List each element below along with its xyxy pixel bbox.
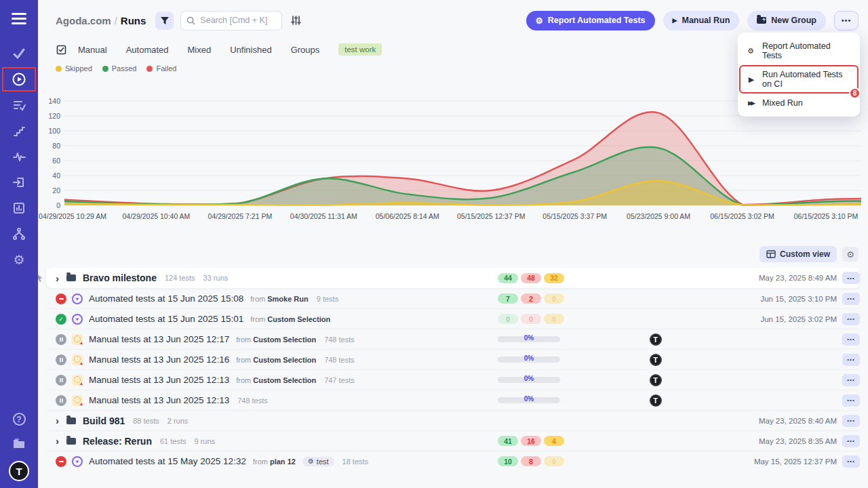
sidebar-item-plans[interactable] — [0, 92, 38, 118]
run-row[interactable]: › Automated tests at 15 May 2025 12:32 f… — [46, 451, 860, 471]
filter-button[interactable] — [155, 12, 174, 30]
run-row[interactable]: › Manual tests at 13 Jun 2025 12:16 from… — [46, 349, 860, 369]
assignee-avatar[interactable]: T — [650, 333, 662, 346]
row-menu-button[interactable]: ••• — [842, 272, 860, 284]
table-view-icon — [766, 250, 776, 258]
row-title[interactable]: Automated tests at 15 May 2025 12:32 — [89, 456, 246, 466]
projects-folder-icon[interactable] — [12, 436, 26, 450]
row-menu-button[interactable]: ••• — [842, 333, 860, 346]
legend-item[interactable]: Failed — [146, 64, 176, 73]
row-menu-button[interactable]: ••• — [842, 435, 860, 447]
tab-automated[interactable]: Automated — [126, 45, 169, 55]
x-axis-label: 05/15/2025 3:37 PM — [542, 212, 607, 220]
chevron-expand-icon[interactable]: › — [56, 415, 59, 426]
folder-plus-icon — [757, 17, 766, 24]
tab-unfinished[interactable]: Unfinished — [230, 45, 271, 55]
assignee-avatar[interactable]: T — [650, 394, 662, 407]
assignee-avatar[interactable]: T — [650, 374, 662, 386]
legend-item[interactable]: Skipped — [56, 64, 92, 73]
row-title[interactable]: Bravo milestone — [83, 272, 157, 283]
row-content: › Manual tests at 13 Jun 2025 12:13 ⚙ 74… — [56, 395, 498, 406]
run-row[interactable]: › Manual tests at 13 Jun 2025 12:17 from… — [46, 329, 860, 349]
breadcrumb-project[interactable]: Agoda.com — [56, 15, 111, 26]
report-automated-tests-button[interactable]: ⚙ Report Automated Tests — [526, 11, 655, 30]
sidebar-item-settings[interactable]: ⚙ — [0, 247, 38, 272]
row-menu-button[interactable]: ••• — [842, 374, 860, 386]
run-row[interactable]: › Automated tests at 15 Jun 2025 15:01 f… — [46, 308, 860, 329]
legend-item[interactable]: Passed — [102, 64, 137, 73]
sidebar-item-import[interactable] — [0, 169, 38, 195]
run-row[interactable]: › Manual tests at 13 Jun 2025 12:13 from… — [46, 369, 860, 390]
row-content: › Manual tests at 13 Jun 2025 12:16 from… — [56, 354, 498, 365]
row-title[interactable]: Manual tests at 13 Jun 2025 12:13 — [89, 375, 229, 385]
row-menu-button[interactable]: ••• — [842, 455, 860, 468]
header: Agoda.com/Runs ⚙ Report Automated Tests … — [38, 9, 868, 31]
chevron-expand-icon[interactable]: › — [56, 273, 59, 283]
row-menu-button[interactable]: ••• — [842, 313, 860, 325]
row-title[interactable]: Automated tests at 15 Jun 2025 15:08 — [89, 293, 243, 304]
runs-count: 33 runs — [203, 274, 229, 282]
menu-item-report-automated-tests[interactable]: ⚙ Report Automated Tests — [738, 37, 860, 65]
row-title[interactable]: Manual tests at 13 Jun 2025 12:17 — [89, 334, 229, 344]
assignee-avatar[interactable]: T — [650, 354, 662, 366]
row-menu-button[interactable]: ••• — [842, 415, 860, 427]
tab-groups[interactable]: Groups — [291, 45, 320, 55]
row-menu-button[interactable]: ••• — [842, 293, 860, 305]
tab-manual[interactable]: Manual — [78, 45, 107, 55]
x-axis-label: 04/29/2025 7:21 PM — [208, 212, 273, 220]
filter-tag-test-work[interactable]: test work — [338, 43, 382, 56]
row-date: May 15, 2025 12:37 PM — [732, 458, 837, 466]
row-title[interactable]: Manual tests at 13 Jun 2025 12:16 — [89, 354, 229, 365]
x-axis-label: 04/30/2025 11:31 AM — [290, 212, 357, 220]
help-icon[interactable]: ? — [13, 413, 26, 426]
sidebar-item-branches[interactable] — [0, 221, 38, 247]
search — [180, 11, 282, 30]
automated-run-icon — [72, 456, 83, 467]
row-date: May 23, 2025 8:40 AM — [732, 417, 837, 425]
more-actions-button[interactable]: ••• — [834, 11, 859, 30]
app-logo[interactable]: T — [9, 461, 29, 481]
run-row[interactable]: › Manual tests at 13 Jun 2025 12:13 ⚙ 74… — [46, 390, 860, 410]
legend-dot — [102, 66, 108, 72]
sidebar-item-reports[interactable] — [0, 195, 38, 221]
funnel-icon — [160, 16, 170, 25]
row-date: May 23, 2025 8:49 AM — [732, 274, 837, 282]
chevron-expand-icon[interactable]: › — [56, 436, 59, 446]
view-settings-button[interactable] — [290, 15, 301, 26]
y-axis-label: 80 — [40, 142, 60, 150]
row-tag[interactable]: ⚙test — [302, 457, 334, 466]
tab-mixed[interactable]: Mixed — [188, 45, 212, 55]
row-date: Jun 15, 2025 3:02 PM — [732, 315, 837, 323]
assignee-zone: T — [579, 374, 732, 386]
menu-item-run-automated-tests-on-ci[interactable]: ▶ Run Automated Tests on CI — [741, 66, 857, 92]
progress-bar: 0% — [498, 397, 560, 403]
group-row[interactable]: › Release: Rerun ⚙ 61 tests 9 runs 41164… — [46, 430, 860, 451]
manual-run-button[interactable]: ▶ Manual Run — [663, 11, 740, 30]
tests-count: 61 tests — [160, 437, 186, 445]
table-toolbar: Custom view ⚙ — [38, 246, 859, 262]
sidebar-item-runs[interactable] — [2, 67, 36, 92]
sidebar-item-milestones[interactable] — [0, 118, 38, 144]
row-menu-button[interactable]: ••• — [842, 394, 860, 407]
row-title[interactable]: Manual tests at 13 Jun 2025 12:13 — [89, 395, 229, 405]
hamburger-menu-icon[interactable] — [0, 0, 38, 37]
pending-status-icon — [56, 334, 66, 345]
new-group-button[interactable]: New Group — [747, 11, 826, 30]
sidebar-item-tests[interactable] — [0, 41, 38, 66]
row-title[interactable]: Automated tests at 15 Jun 2025 15:01 — [89, 314, 243, 324]
custom-view-button[interactable]: Custom view — [760, 246, 837, 262]
sidebar-nav: ⚙ — [0, 41, 38, 413]
run-row[interactable]: › Automated tests at 15 Jun 2025 15:08 f… — [46, 288, 860, 308]
automated-run-icon — [72, 314, 83, 325]
group-row[interactable]: › Build 981 ⚙ 88 tests 2 runs May 23, 20… — [46, 410, 860, 430]
row-title[interactable]: Release: Rerun — [83, 436, 152, 447]
table-settings-button[interactable]: ⚙ — [842, 247, 859, 262]
row-menu-button[interactable]: ••• — [842, 354, 860, 366]
row-title[interactable]: Build 981 — [83, 415, 125, 426]
menu-item-mixed-run[interactable]: ▶▶ Mixed Run — [738, 94, 860, 113]
select-runs-icon[interactable] — [56, 44, 67, 56]
group-row[interactable]: › Bravo milestone ⚙ 124 tests 33 runs 44… — [46, 268, 860, 288]
x-axis-label: 06/15/2025 3:02 PM — [710, 212, 774, 220]
search-input[interactable] — [180, 11, 282, 30]
sidebar-item-activity[interactable] — [0, 144, 38, 169]
